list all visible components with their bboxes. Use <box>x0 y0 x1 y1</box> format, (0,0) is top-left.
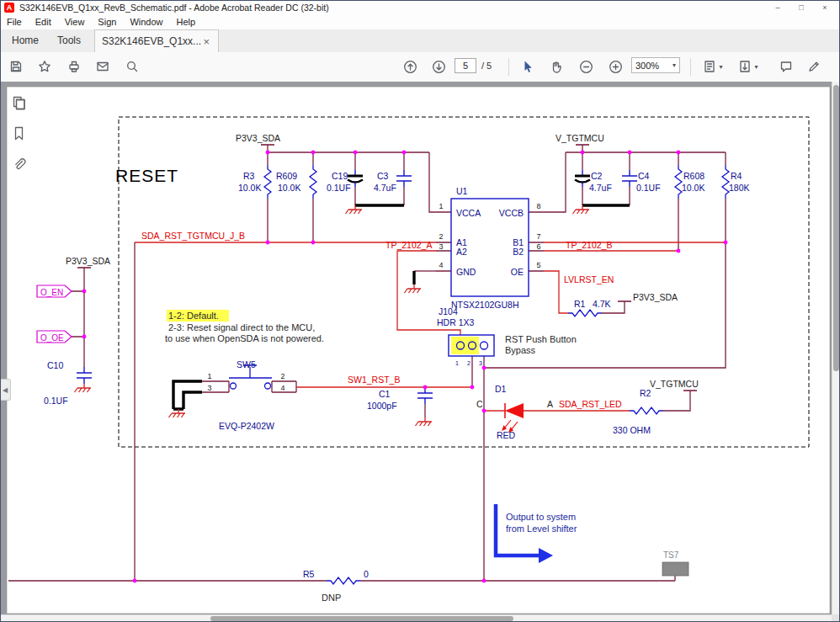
page-scroll-button[interactable]: ▾ <box>732 56 764 77</box>
window-title: S32K146EVB_Q1xx_RevB_Schematic.pdf - Ado… <box>19 3 329 13</box>
sch-sw5-pin3: 3 <box>207 384 211 392</box>
comment-button[interactable] <box>775 56 797 77</box>
nav-panel-rail <box>8 93 29 173</box>
sch-pinnum-8: 8 <box>536 202 540 210</box>
sch-note-line2: 2-3: Reset signal direct to the MCU, <box>168 322 315 332</box>
sch-val-c4: 0.1UF <box>636 183 661 193</box>
sch-d1-color: RED <box>497 430 516 440</box>
print-button[interactable] <box>63 56 85 77</box>
menu-bar: File Edit View Sign Window Help <box>0 15 840 29</box>
sch-part-sw5: EVQ-P2402W <box>219 421 274 431</box>
sch-port-o-en-label: O_EN <box>40 288 63 297</box>
menu-sign[interactable]: Sign <box>91 15 123 29</box>
sch-ref-u1: U1 <box>456 186 468 196</box>
email-button[interactable] <box>92 56 114 77</box>
sch-ref-r4: R4 <box>731 171 742 181</box>
sch-net-lvlrst-en: LVLRST_EN <box>564 274 614 284</box>
sch-pin-vcca: VCCA <box>456 208 481 218</box>
next-page-button[interactable] <box>428 56 449 77</box>
sch-val-c10: 0.1UF <box>44 396 68 406</box>
minus-circle-icon <box>579 60 593 74</box>
zoom-out-button[interactable] <box>575 56 597 77</box>
close-button[interactable]: × <box>813 0 837 15</box>
star-icon <box>38 60 51 73</box>
sch-val-r1: 4.7K <box>593 299 611 309</box>
acrobat-app-icon: A <box>4 3 14 13</box>
horizontal-scrollbar-thumb[interactable] <box>210 616 513 621</box>
chevron-down-icon: ▾ <box>754 63 758 71</box>
sch-pinnum-1: 1 <box>439 202 443 210</box>
sch-pinnum-7: 7 <box>536 232 540 241</box>
sch-sw5-pin1: 1 <box>207 372 211 380</box>
tab-document[interactable]: S32K146EVB_Q1xx... × <box>94 29 219 52</box>
search-button[interactable] <box>121 56 143 77</box>
sch-ref-r2: R2 <box>640 388 651 398</box>
page-number-input[interactable] <box>455 58 476 73</box>
tab-home[interactable]: Home <box>2 29 49 52</box>
chevron-down-icon: ▾ <box>719 63 722 71</box>
sch-val-c19: 0.1UF <box>327 183 351 193</box>
ts7-testpoint <box>662 562 688 576</box>
sch-pinnum-2: 2 <box>439 232 443 241</box>
sch-ref-c19: C19 <box>332 171 348 181</box>
bookmarks-button[interactable] <box>8 123 29 143</box>
pencil-icon <box>807 60 821 73</box>
bookmark-icon <box>12 126 26 141</box>
hand-icon <box>550 60 563 73</box>
sch-val-r4: 180K <box>729 183 750 193</box>
save-icon <box>9 60 23 73</box>
sch-ref-r609: R609 <box>276 171 297 181</box>
tab-close-icon[interactable]: × <box>201 30 211 53</box>
sch-title-reset: RESET <box>115 166 178 185</box>
sch-label-p3v3-tl: P3V3_SDA <box>236 133 280 143</box>
menu-help[interactable]: Help <box>170 15 203 29</box>
maximize-button[interactable]: □ <box>789 0 813 15</box>
menu-file[interactable]: File <box>0 15 29 29</box>
select-tool-button[interactable] <box>517 56 539 77</box>
sch-label-p3v3-left: P3V3_SDA <box>66 256 110 266</box>
previous-page-button[interactable] <box>399 56 421 77</box>
nav-panel-collapse-tab[interactable]: ◀ <box>0 379 11 401</box>
save-button[interactable] <box>5 56 27 77</box>
paperclip-icon <box>12 157 26 171</box>
sch-ref-r1: R1 <box>574 299 586 309</box>
menu-edit[interactable]: Edit <box>29 15 58 29</box>
sch-ref-c1: C1 <box>379 389 391 399</box>
vertical-scrollbar[interactable] <box>832 82 840 614</box>
sch-pin-gnd: GND <box>456 267 476 277</box>
arrow-up-icon <box>403 60 417 74</box>
vertical-scrollbar-thumb[interactable] <box>833 85 839 371</box>
chevron-down-icon: ▾ <box>673 61 676 69</box>
print-icon <box>67 60 81 73</box>
fill-sign-button[interactable] <box>803 56 825 77</box>
sch-ref-sw5: SW5 <box>237 359 256 369</box>
tab-tools[interactable]: Tools <box>47 29 91 52</box>
chevron-left-icon: ◀ <box>3 386 8 394</box>
arrow-down-icon <box>432 60 446 74</box>
menu-window[interactable]: Window <box>123 15 169 29</box>
cursor-icon <box>521 60 534 73</box>
sch-ref-r3: R3 <box>243 171 255 181</box>
horizontal-scrollbar[interactable] <box>0 614 832 622</box>
sch-ref-ts7: TS7 <box>663 550 679 560</box>
minimize-button[interactable]: – <box>766 0 789 15</box>
sch-pin-b2: B2 <box>513 247 524 257</box>
document-page[interactable]: RESET P3V3_SDA V_TGTMCU R3 10.0K R609 10… <box>0 82 840 622</box>
sch-ref-d1: D1 <box>495 384 507 394</box>
tab-bar: Home Tools S32K146EVB_Q1xx... × <box>0 29 840 53</box>
star-button[interactable] <box>34 56 56 77</box>
scrollbar-corner <box>832 614 840 622</box>
attachments-button[interactable] <box>8 153 29 173</box>
sch-part-u1: NTSX2102GU8H <box>451 300 519 310</box>
sch-ref-r608: R608 <box>683 171 704 181</box>
sch-val-r5: 0 <box>364 569 369 579</box>
sch-val-r608: 10.0K <box>682 183 704 193</box>
menu-view[interactable]: View <box>58 15 92 29</box>
sch-pinnum-6: 6 <box>536 242 540 251</box>
zoom-in-button[interactable] <box>604 56 626 77</box>
page-fit-button[interactable]: ▾ <box>697 56 729 77</box>
sch-val-c1: 1000pF <box>367 401 397 411</box>
hand-tool-button[interactable] <box>545 56 567 77</box>
page-thumbnails-button[interactable] <box>8 93 29 113</box>
zoom-level-select[interactable]: 300% ▾ <box>631 57 680 73</box>
